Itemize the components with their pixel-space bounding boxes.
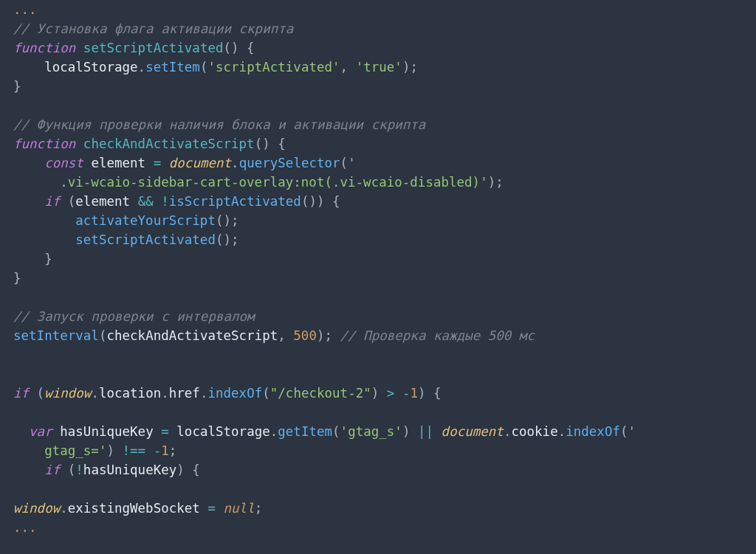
code-token: localStorage bbox=[176, 424, 269, 439]
code-token: 500 bbox=[293, 328, 317, 343]
code-token: ; bbox=[169, 443, 177, 458]
code-token: // Установка флага активации скрипта bbox=[13, 21, 293, 36]
code-token: ( bbox=[29, 386, 44, 401]
code-token: . bbox=[138, 60, 146, 75]
code-token: // Запуск проверки с интервалом bbox=[13, 309, 255, 324]
code-token: hasUniqueKey bbox=[83, 463, 176, 477]
code-token bbox=[169, 424, 177, 439]
code-token: . bbox=[91, 386, 99, 401]
code-token bbox=[13, 194, 44, 209]
code-token: = bbox=[161, 424, 169, 439]
code-token: hasUniqueKey bbox=[60, 424, 153, 439]
code-token: . bbox=[161, 386, 169, 401]
code-token: if bbox=[44, 194, 60, 209]
code-token: activateYourScript bbox=[75, 213, 216, 228]
code-token: ( bbox=[99, 328, 107, 343]
code-token: ; bbox=[255, 501, 263, 516]
code-token: setInterval bbox=[13, 328, 99, 343]
code-token: 'gtag_s' bbox=[340, 424, 402, 439]
code-token bbox=[200, 501, 208, 516]
code-token: document bbox=[169, 156, 231, 170]
code-token bbox=[52, 424, 61, 439]
code-token: > bbox=[387, 386, 395, 401]
code-token: getItem bbox=[278, 424, 332, 439]
code-token: , bbox=[278, 328, 293, 343]
code-token bbox=[13, 60, 44, 75]
code-token bbox=[13, 424, 29, 439]
code-token: .vi-wcaio-sidebar-cart-overlay:not(.vi-w… bbox=[13, 175, 488, 190]
code-token: function bbox=[13, 41, 75, 55]
code-token bbox=[13, 232, 75, 247]
code-token: ( bbox=[620, 424, 628, 439]
code-token bbox=[216, 501, 224, 516]
code-token: || bbox=[418, 424, 433, 439]
code-token: 'scriptActivated' bbox=[207, 60, 340, 75]
code-token: = bbox=[207, 501, 216, 516]
code-token: . bbox=[270, 424, 278, 439]
code-token: ... bbox=[13, 520, 37, 535]
code-token: . bbox=[504, 424, 512, 439]
code-token: ' bbox=[628, 424, 636, 439]
code-token: ) { bbox=[176, 463, 200, 477]
code-token: ( bbox=[262, 386, 270, 401]
code-token: ) bbox=[106, 443, 122, 458]
code-token: // Функция проверки наличия блока и акти… bbox=[13, 117, 425, 132]
code-token: if bbox=[44, 463, 60, 477]
code-token: existingWebSocket bbox=[68, 501, 200, 516]
code-token: isScriptActivated bbox=[169, 194, 301, 209]
code-token: ! bbox=[75, 463, 83, 477]
code-token: . bbox=[231, 156, 239, 170]
code-token: } bbox=[13, 271, 21, 285]
code-token: !== bbox=[123, 443, 146, 458]
code-token bbox=[161, 156, 169, 170]
code-token: ... bbox=[13, 2, 37, 17]
code-token: 1 bbox=[161, 443, 169, 458]
code-token: ! bbox=[161, 194, 169, 209]
code-token: - bbox=[402, 386, 410, 401]
code-token: // Проверка каждые 500 мс bbox=[340, 328, 535, 343]
code-token: } bbox=[13, 79, 21, 94]
code-token: () { bbox=[255, 136, 286, 151]
code-token: null bbox=[224, 501, 255, 516]
code-token: setScriptActivated bbox=[75, 232, 216, 247]
code-token: && bbox=[138, 194, 154, 209]
code-token bbox=[75, 136, 83, 151]
code-token: . bbox=[558, 424, 566, 439]
code-token bbox=[75, 41, 83, 55]
code-token: (); bbox=[216, 213, 239, 228]
code-token: ); bbox=[317, 328, 340, 343]
code-token: "/checkout-2" bbox=[270, 386, 371, 401]
code-token: 'true' bbox=[356, 60, 402, 75]
code-token bbox=[130, 194, 138, 209]
code-token bbox=[394, 386, 402, 401]
code-token: ) bbox=[402, 424, 418, 439]
code-token: ( bbox=[200, 60, 208, 75]
code-token: - bbox=[154, 443, 162, 458]
code-token: indexOf bbox=[207, 386, 262, 401]
code-token bbox=[13, 213, 75, 228]
code-token: checkAndActivateScript bbox=[83, 136, 255, 151]
code-token bbox=[154, 424, 162, 439]
code-token: var bbox=[29, 424, 52, 439]
code-token: (); bbox=[216, 232, 239, 247]
code-block: ... // Установка флага активации скрипта… bbox=[0, 0, 756, 537]
code-token: setScriptActivated bbox=[83, 41, 224, 55]
code-token: ( bbox=[60, 194, 75, 209]
code-token bbox=[13, 156, 44, 170]
code-token: 1 bbox=[410, 386, 418, 401]
code-token: document bbox=[441, 424, 504, 439]
code-token: window bbox=[44, 386, 91, 401]
code-token: . bbox=[60, 501, 68, 516]
code-token: checkAndActivateScript bbox=[106, 328, 278, 343]
code-token: function bbox=[13, 136, 75, 151]
code-token bbox=[13, 463, 44, 477]
code-token: . bbox=[200, 386, 208, 401]
code-token: ) { bbox=[418, 386, 441, 401]
code-token: , bbox=[340, 60, 356, 75]
code-token bbox=[154, 194, 162, 209]
code-token: window bbox=[13, 501, 60, 516]
code-token bbox=[145, 443, 154, 458]
code-token: ); bbox=[488, 175, 504, 190]
code-token: ( bbox=[60, 463, 75, 477]
code-token: ) bbox=[371, 386, 387, 401]
